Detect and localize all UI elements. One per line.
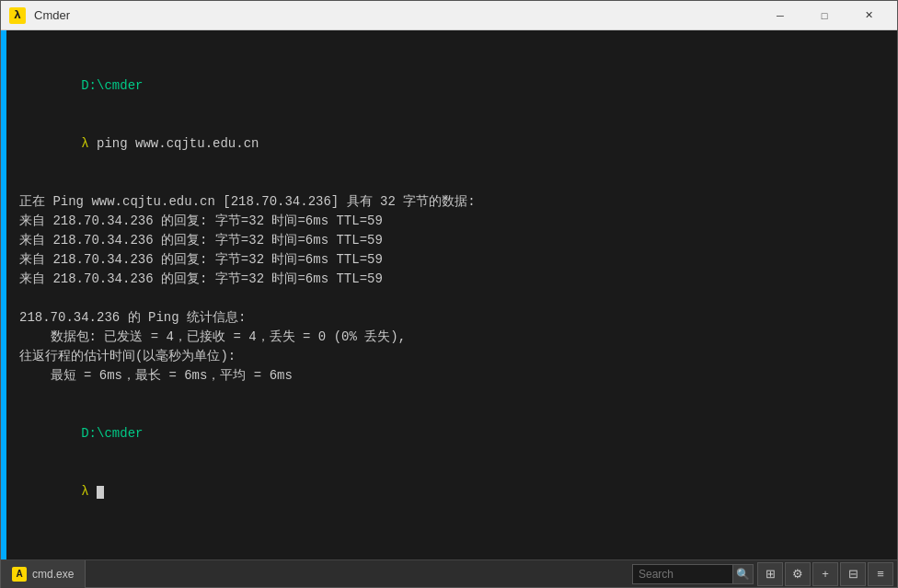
action-buttons: ⊞ ⚙ + ⊟ ≡ [757, 562, 893, 586]
settings-icon: ⚙ [792, 567, 803, 581]
search-input[interactable] [632, 564, 733, 584]
terminal-line: λ [19, 463, 886, 521]
maximize-button[interactable]: □ [803, 1, 846, 30]
terminal-line: D:\cmder [19, 57, 886, 115]
terminal-line: 来自 218.70.34.236 的回复: 字节=32 时间=6ms TTL=5… [19, 270, 886, 289]
terminal-line: 正在 Ping www.cqjtu.edu.cn [218.70.34.236]… [19, 192, 886, 212]
command-text: ping www.cqjtu.edu.cn [97, 136, 259, 151]
prompt-lambda: λ [81, 136, 97, 151]
cmder-logo: λ [9, 7, 26, 24]
tab-label: cmd.exe [32, 568, 74, 581]
search-button[interactable]: 🔍 [733, 564, 754, 584]
close-button[interactable]: ✕ [847, 1, 890, 30]
titlebar: λ Cmder ─ □ ✕ [1, 1, 897, 30]
action-btn-1[interactable]: ⊞ [757, 562, 783, 586]
left-accent-bar [1, 30, 6, 559]
prompt-path: D:\cmder [81, 78, 143, 93]
app-icon: λ [8, 6, 27, 25]
grid-icon: ⊞ [766, 567, 776, 581]
terminal-line [19, 289, 886, 308]
terminal-area[interactable]: D:\cmder λ ping www.cqjtu.edu.cn 正在 Ping… [1, 30, 897, 559]
terminal-line [19, 386, 886, 405]
statusbar: A cmd.exe 🔍 ⊞ ⚙ + ⊟ ≡ [1, 559, 897, 587]
terminal-line [19, 173, 886, 192]
terminal-line [19, 38, 886, 57]
window-controls: ─ □ ✕ [759, 1, 890, 30]
action-btn-4[interactable]: ⊟ [840, 562, 866, 586]
search-icon: 🔍 [736, 568, 750, 581]
action-btn-5[interactable]: ≡ [868, 562, 893, 586]
menu-icon: ≡ [877, 567, 884, 581]
window-title: Cmder [34, 8, 759, 22]
tab-icon: A [12, 567, 27, 582]
terminal-line: 往返行程的估计时间(以毫秒为单位): [19, 347, 886, 366]
cursor-blink [97, 486, 104, 499]
terminal-line: 来自 218.70.34.236 的回复: 字节=32 时间=6ms TTL=5… [19, 231, 886, 250]
add-icon: + [822, 567, 829, 581]
terminal-line: 218.70.34.236 的 Ping 统计信息: [19, 308, 886, 328]
cmder-window: λ Cmder ─ □ ✕ D:\cmder λ ping www.cqjtu.… [0, 0, 898, 588]
terminal-line: 最短 = 6ms，最长 = 6ms，平均 = 6ms [19, 366, 886, 386]
prompt-lambda: λ [81, 484, 97, 499]
split-icon: ⊟ [848, 567, 858, 581]
terminal-line: D:\cmder [19, 405, 886, 463]
action-btn-3[interactable]: + [812, 562, 838, 586]
terminal-line: 来自 218.70.34.236 的回复: 字节=32 时间=6ms TTL=5… [19, 212, 886, 231]
terminal-line: λ ping www.cqjtu.edu.cn [19, 115, 886, 173]
search-area: 🔍 [632, 564, 754, 584]
action-btn-2[interactable]: ⚙ [785, 562, 811, 586]
minimize-button[interactable]: ─ [759, 1, 801, 30]
prompt-path: D:\cmder [81, 426, 143, 441]
terminal-line: 数据包: 已发送 = 4，已接收 = 4，丢失 = 0 (0% 丢失), [19, 328, 886, 347]
tab-cmd[interactable]: A cmd.exe [1, 560, 86, 588]
terminal-line: 来自 218.70.34.236 的回复: 字节=32 时间=6ms TTL=5… [19, 250, 886, 270]
